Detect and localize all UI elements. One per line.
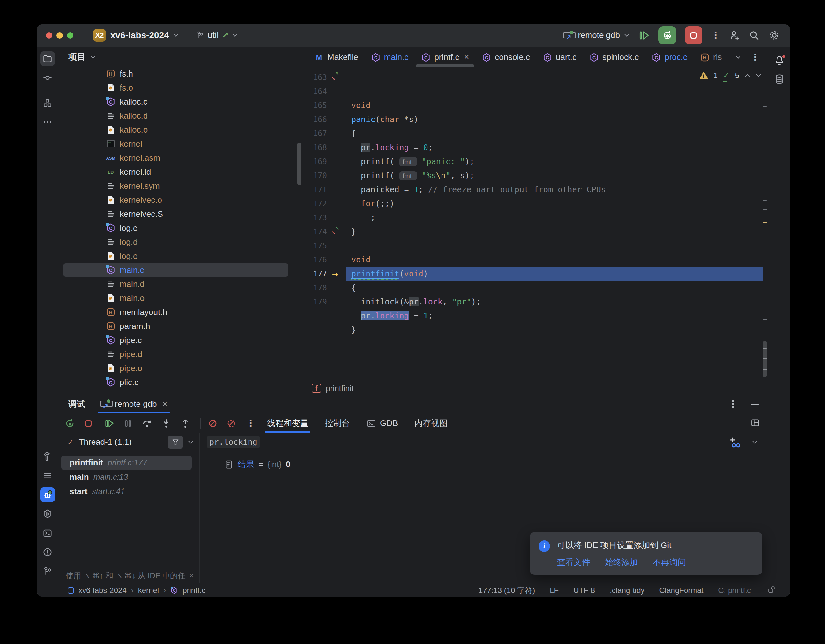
notification-link[interactable]: 始终添加 xyxy=(605,557,638,568)
tree-item[interactable]: pipe.o xyxy=(58,361,303,375)
prev-problem-icon[interactable] xyxy=(745,74,750,79)
editor-tab[interactable]: Cspinlock.c xyxy=(583,47,645,68)
editor-tab[interactable]: MMakefile xyxy=(308,47,365,68)
tree-item[interactable]: Cmain.c xyxy=(58,263,303,277)
thread-selector[interactable]: Thread-1 (1.1) xyxy=(79,437,132,447)
maximize-window-button[interactable] xyxy=(67,32,73,39)
editor-tab[interactable]: Cconsole.c xyxy=(475,47,536,68)
step-into-button[interactable] xyxy=(161,418,171,429)
close-window-button[interactable] xyxy=(46,32,53,39)
line-number[interactable]: 163 xyxy=(303,71,327,85)
tree-item[interactable]: kalloc.o xyxy=(58,123,303,137)
editor-tab[interactable]: Hris xyxy=(694,47,728,68)
thread-chevron-icon[interactable] xyxy=(188,439,193,444)
editor-tab[interactable]: Cuart.c xyxy=(536,47,583,68)
nav-arrows-icon[interactable]: ↖↘ xyxy=(329,71,346,85)
notification-link[interactable]: 不再询问 xyxy=(653,557,686,568)
more-actions-icon[interactable]: ⋮ xyxy=(711,31,720,40)
minimize-panel-icon[interactable] xyxy=(751,404,759,405)
debug-view-tab[interactable]: 内存视图 xyxy=(414,413,448,433)
terminal-tool-button[interactable] xyxy=(40,526,55,541)
tree-item[interactable]: Cplic.c xyxy=(58,375,303,389)
watch-chevron-icon[interactable] xyxy=(752,439,757,444)
settings-gear-icon[interactable] xyxy=(768,29,780,42)
project-panel-chevron-icon[interactable] xyxy=(91,53,96,59)
tree-item[interactable]: main.o xyxy=(58,291,303,305)
tree-item[interactable]: LDkernel.ld xyxy=(58,165,303,179)
tab-options-icon[interactable]: ⋮ xyxy=(751,52,760,62)
code-line[interactable]: 175 { xyxy=(303,239,769,253)
hint-close-icon[interactable]: × xyxy=(189,571,194,580)
debug-options-icon[interactable]: ⋮ xyxy=(728,399,738,409)
tree-item[interactable]: kalloc.d xyxy=(58,109,303,123)
close-session-icon[interactable]: × xyxy=(163,399,167,409)
editor-tab[interactable]: Cmain.c xyxy=(365,47,415,68)
code-line[interactable]: 162 void xyxy=(303,68,769,71)
project-chevron-icon[interactable] xyxy=(173,32,178,37)
tree-scrollbar[interactable] xyxy=(297,143,301,185)
tree-item[interactable]: kernelvec.o xyxy=(58,193,303,207)
code-line[interactable]: 164 { xyxy=(303,85,769,99)
database-tool-button[interactable] xyxy=(774,74,785,86)
structure-tool-button[interactable] xyxy=(40,96,55,110)
watch-bar[interactable]: pr.locking xyxy=(200,433,769,451)
breadcrumb-function[interactable]: printfinit xyxy=(326,384,354,393)
code-area[interactable]: 162 void 163↖↘ panic(char *s) 164 { 165 … xyxy=(303,68,769,382)
debug-view-tab[interactable]: 控制台 xyxy=(325,413,350,433)
tree-item[interactable]: log.o xyxy=(58,249,303,263)
tree-item[interactable]: Hfs.h xyxy=(58,67,303,81)
filter-frames-button[interactable] xyxy=(168,436,183,448)
debug-view-tab[interactable]: GDB xyxy=(366,413,398,433)
build-tool-button[interactable] xyxy=(40,449,55,464)
stack-frame[interactable]: start start.c:41 xyxy=(58,484,199,499)
add-watch-button[interactable] xyxy=(728,436,741,448)
statusbar-item[interactable]: 177:13 (10 字符) xyxy=(479,585,535,596)
rerun-button[interactable] xyxy=(65,418,75,429)
project-panel-title[interactable]: 项目 xyxy=(68,51,85,63)
view-breakpoints-button[interactable] xyxy=(208,418,218,428)
editor-tab[interactable]: Cproc.c xyxy=(645,47,694,68)
tab-list-chevron-icon[interactable] xyxy=(736,54,741,59)
statusbar-item[interactable]: LF xyxy=(550,586,559,595)
statusbar-item[interactable]: C: printf.c xyxy=(718,586,751,595)
search-icon[interactable] xyxy=(748,30,760,41)
run-anything-tool-button[interactable] xyxy=(40,507,55,521)
commit-tool-button[interactable] xyxy=(40,71,55,85)
stack-frame[interactable]: printfinit printf.c:177 xyxy=(58,456,199,470)
line-number[interactable]: 164 xyxy=(303,85,327,99)
watch-expression[interactable]: pr.locking xyxy=(207,436,260,448)
stack-frame[interactable]: main main.c:13 xyxy=(58,470,199,484)
tree-item[interactable]: Hmemlayout.h xyxy=(58,305,303,319)
minimize-window-button[interactable] xyxy=(56,32,63,39)
step-over-button[interactable] xyxy=(142,418,153,429)
code-with-me-icon[interactable] xyxy=(729,30,740,41)
project-badge[interactable]: X2 xyxy=(93,29,106,42)
project-name[interactable]: xv6-labs-2024 xyxy=(110,30,169,40)
statusbar-breadcrumb-project[interactable]: xv6-labs-2024 xyxy=(79,586,127,595)
lock-status-button[interactable] xyxy=(767,585,790,596)
line-number[interactable]: 162 xyxy=(303,68,327,71)
evaluation-result-row[interactable]: 结果 = {int} 0 xyxy=(200,451,769,470)
tree-item[interactable]: log.d xyxy=(58,235,303,249)
next-problem-icon[interactable] xyxy=(756,72,761,77)
debug-tool-button[interactable] xyxy=(40,487,55,502)
layout-settings-button[interactable] xyxy=(750,418,769,429)
resume-program-icon[interactable] xyxy=(638,29,650,42)
statusbar-item[interactable]: .clang-tidy xyxy=(610,586,644,595)
inspections-widget[interactable]: 1 ✓ 5 xyxy=(699,71,762,80)
tree-item[interactable]: Cpipe.c xyxy=(58,333,303,347)
git-tool-button[interactable] xyxy=(40,564,55,579)
tree-item[interactable]: fs.o xyxy=(58,81,303,95)
tree-item[interactable]: main.d xyxy=(58,277,303,291)
problems-tool-button[interactable] xyxy=(40,545,55,559)
pause-button[interactable] xyxy=(123,418,133,428)
notifications-button[interactable] xyxy=(774,55,785,67)
project-tool-button[interactable] xyxy=(40,51,55,66)
line-number[interactable]: 175 xyxy=(303,239,327,253)
step-out-button[interactable] xyxy=(180,418,191,429)
rerun-debug-button[interactable] xyxy=(658,26,676,44)
tree-item[interactable]: ASMkernel.asm xyxy=(58,151,303,165)
vcs-branch-widget[interactable]: util ↗ xyxy=(196,30,238,40)
stop-button[interactable] xyxy=(684,26,703,44)
toolbar-more-icon[interactable]: ⋮ xyxy=(246,419,255,428)
